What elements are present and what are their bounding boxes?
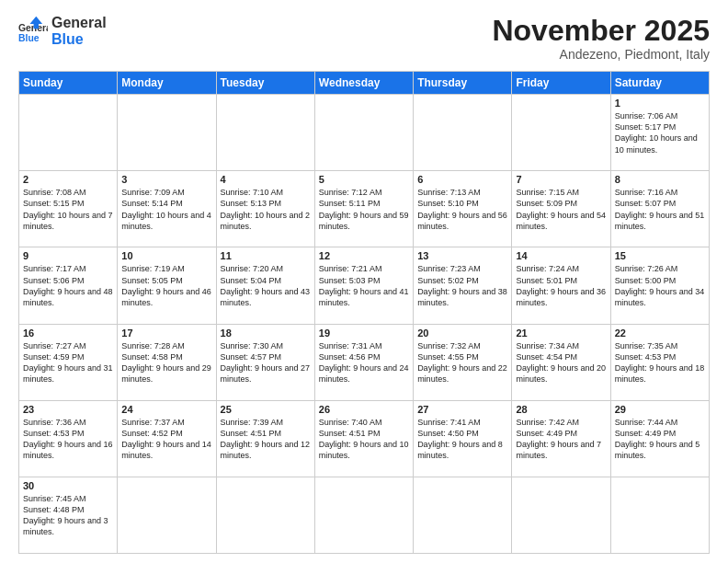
col-monday: Monday	[118, 72, 216, 95]
day-info: Sunrise: 7:17 AM Sunset: 5:06 PM Dayligh…	[23, 263, 113, 308]
day-number: 26	[319, 404, 409, 415]
day-info: Sunrise: 7:09 AM Sunset: 5:14 PM Dayligh…	[121, 187, 211, 232]
day-number: 13	[417, 250, 507, 261]
calendar-cell-w4d1: 16Sunrise: 7:27 AM Sunset: 4:59 PM Dayli…	[19, 324, 118, 400]
calendar-cell-w5d6: 28Sunrise: 7:42 AM Sunset: 4:49 PM Dayli…	[512, 400, 610, 477]
week-row-6: 30Sunrise: 7:45 AM Sunset: 4:48 PM Dayli…	[19, 477, 710, 553]
day-number: 25	[221, 404, 311, 415]
day-number: 5	[319, 174, 409, 185]
day-number: 10	[121, 250, 211, 261]
day-info: Sunrise: 7:44 AM Sunset: 4:49 PM Dayligh…	[615, 417, 705, 462]
day-number: 17	[121, 327, 211, 339]
logo-general-text: General	[51, 15, 107, 31]
page: General Blue General Blue November 2025 …	[0, 0, 728, 563]
day-info: Sunrise: 7:23 AM Sunset: 5:02 PM Dayligh…	[417, 263, 507, 308]
day-number: 18	[221, 327, 311, 339]
day-info: Sunrise: 7:42 AM Sunset: 4:49 PM Dayligh…	[516, 417, 606, 462]
calendar-cell-w6d5	[414, 477, 512, 553]
calendar-cell-w2d7: 8Sunrise: 7:16 AM Sunset: 5:07 PM Daylig…	[610, 171, 709, 247]
logo-blue-text: Blue	[51, 31, 107, 48]
calendar-cell-w1d3	[216, 95, 314, 171]
calendar-cell-w3d7: 15Sunrise: 7:26 AM Sunset: 5:00 PM Dayli…	[610, 247, 709, 324]
calendar-cell-w6d4	[314, 477, 413, 553]
calendar-cell-w4d4: 19Sunrise: 7:31 AM Sunset: 4:56 PM Dayli…	[314, 324, 413, 400]
day-info: Sunrise: 7:24 AM Sunset: 5:01 PM Dayligh…	[516, 263, 606, 308]
day-number: 29	[615, 404, 705, 415]
calendar-cell-w6d2	[118, 477, 216, 553]
calendar-cell-w5d3: 25Sunrise: 7:39 AM Sunset: 4:51 PM Dayli…	[216, 400, 314, 477]
day-info: Sunrise: 7:21 AM Sunset: 5:03 PM Dayligh…	[319, 263, 409, 308]
day-info: Sunrise: 7:06 AM Sunset: 5:17 PM Dayligh…	[615, 110, 705, 155]
calendar-cell-w5d1: 23Sunrise: 7:36 AM Sunset: 4:53 PM Dayli…	[19, 400, 118, 477]
header: General Blue General Blue November 2025 …	[18, 15, 710, 62]
day-info: Sunrise: 7:35 AM Sunset: 4:53 PM Dayligh…	[615, 340, 705, 385]
day-info: Sunrise: 7:19 AM Sunset: 5:05 PM Dayligh…	[121, 263, 211, 308]
day-number: 6	[417, 174, 507, 185]
calendar-cell-w4d3: 18Sunrise: 7:30 AM Sunset: 4:57 PM Dayli…	[216, 324, 314, 400]
logo-icon: General Blue	[18, 17, 48, 46]
calendar-cell-w6d6	[512, 477, 610, 553]
day-info: Sunrise: 7:28 AM Sunset: 4:58 PM Dayligh…	[121, 340, 211, 385]
calendar-header-row: Sunday Monday Tuesday Wednesday Thursday…	[19, 72, 710, 95]
day-info: Sunrise: 7:40 AM Sunset: 4:51 PM Dayligh…	[319, 417, 409, 462]
svg-text:General: General	[18, 23, 48, 33]
title-section: November 2025 Andezeno, Piedmont, Italy	[492, 15, 710, 62]
day-number: 19	[319, 327, 409, 339]
day-number: 12	[319, 250, 409, 261]
week-row-2: 2Sunrise: 7:08 AM Sunset: 5:15 PM Daylig…	[19, 171, 710, 247]
week-row-1: 1Sunrise: 7:06 AM Sunset: 5:17 PM Daylig…	[19, 95, 710, 171]
day-info: Sunrise: 7:27 AM Sunset: 4:59 PM Dayligh…	[23, 340, 113, 385]
col-sunday: Sunday	[19, 72, 118, 95]
day-number: 24	[121, 404, 211, 415]
week-row-4: 16Sunrise: 7:27 AM Sunset: 4:59 PM Dayli…	[19, 324, 710, 400]
day-number: 28	[516, 404, 606, 415]
day-number: 3	[121, 174, 211, 185]
calendar-cell-w6d3	[216, 477, 314, 553]
calendar-cell-w5d7: 29Sunrise: 7:44 AM Sunset: 4:49 PM Dayli…	[610, 400, 709, 477]
calendar-cell-w1d7: 1Sunrise: 7:06 AM Sunset: 5:17 PM Daylig…	[610, 95, 709, 171]
day-info: Sunrise: 7:39 AM Sunset: 4:51 PM Dayligh…	[221, 417, 311, 462]
calendar-cell-w2d3: 4Sunrise: 7:10 AM Sunset: 5:13 PM Daylig…	[216, 171, 314, 247]
calendar-cell-w3d5: 13Sunrise: 7:23 AM Sunset: 5:02 PM Dayli…	[414, 247, 512, 324]
day-info: Sunrise: 7:12 AM Sunset: 5:11 PM Dayligh…	[319, 187, 409, 232]
calendar-cell-w1d5	[414, 95, 512, 171]
calendar-cell-w2d4: 5Sunrise: 7:12 AM Sunset: 5:11 PM Daylig…	[314, 171, 413, 247]
logo: General Blue General Blue	[18, 15, 107, 47]
day-number: 7	[516, 174, 606, 185]
day-info: Sunrise: 7:26 AM Sunset: 5:00 PM Dayligh…	[615, 263, 705, 308]
day-number: 21	[516, 327, 606, 339]
day-number: 15	[615, 250, 705, 261]
day-number: 30	[23, 480, 113, 491]
col-saturday: Saturday	[610, 72, 709, 95]
day-info: Sunrise: 7:31 AM Sunset: 4:56 PM Dayligh…	[319, 340, 409, 385]
calendar-cell-w2d6: 7Sunrise: 7:15 AM Sunset: 5:09 PM Daylig…	[512, 171, 610, 247]
day-number: 4	[221, 174, 311, 185]
day-info: Sunrise: 7:08 AM Sunset: 5:15 PM Dayligh…	[23, 187, 113, 232]
calendar-cell-w4d2: 17Sunrise: 7:28 AM Sunset: 4:58 PM Dayli…	[118, 324, 216, 400]
day-number: 8	[615, 174, 705, 185]
calendar-cell-w3d1: 9Sunrise: 7:17 AM Sunset: 5:06 PM Daylig…	[19, 247, 118, 324]
day-number: 20	[417, 327, 507, 339]
day-info: Sunrise: 7:20 AM Sunset: 5:04 PM Dayligh…	[221, 263, 311, 308]
calendar-table: Sunday Monday Tuesday Wednesday Thursday…	[18, 71, 710, 554]
day-number: 22	[615, 327, 705, 339]
calendar-cell-w1d6	[512, 95, 610, 171]
day-info: Sunrise: 7:10 AM Sunset: 5:13 PM Dayligh…	[221, 187, 311, 232]
day-info: Sunrise: 7:45 AM Sunset: 4:48 PM Dayligh…	[23, 493, 113, 538]
calendar-cell-w3d2: 10Sunrise: 7:19 AM Sunset: 5:05 PM Dayli…	[118, 247, 216, 324]
location: Andezeno, Piedmont, Italy	[492, 47, 710, 62]
calendar-cell-w5d5: 27Sunrise: 7:41 AM Sunset: 4:50 PM Dayli…	[414, 400, 512, 477]
col-thursday: Thursday	[414, 72, 512, 95]
calendar-cell-w6d7	[610, 477, 709, 553]
calendar-cell-w6d1: 30Sunrise: 7:45 AM Sunset: 4:48 PM Dayli…	[19, 477, 118, 553]
calendar-cell-w4d7: 22Sunrise: 7:35 AM Sunset: 4:53 PM Dayli…	[610, 324, 709, 400]
day-number: 23	[23, 404, 113, 415]
day-number: 27	[417, 404, 507, 415]
calendar-cell-w4d5: 20Sunrise: 7:32 AM Sunset: 4:55 PM Dayli…	[414, 324, 512, 400]
day-number: 14	[516, 250, 606, 261]
day-number: 11	[221, 250, 311, 261]
calendar-cell-w1d4	[314, 95, 413, 171]
calendar-cell-w2d5: 6Sunrise: 7:13 AM Sunset: 5:10 PM Daylig…	[414, 171, 512, 247]
day-info: Sunrise: 7:13 AM Sunset: 5:10 PM Dayligh…	[417, 187, 507, 232]
week-row-5: 23Sunrise: 7:36 AM Sunset: 4:53 PM Dayli…	[19, 400, 710, 477]
